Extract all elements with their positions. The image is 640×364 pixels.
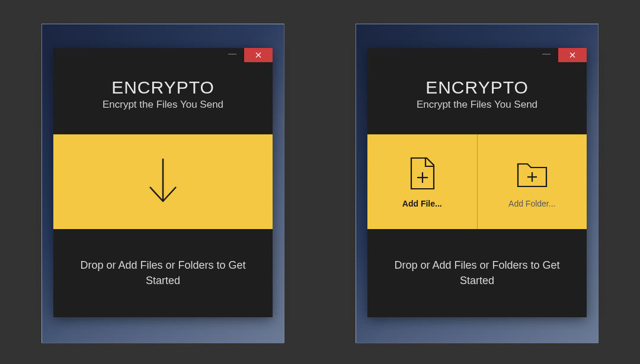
app-subtitle: Encrypt the Files You Send	[65, 99, 261, 111]
close-button[interactable]	[244, 48, 273, 62]
header-section: ENCRYPTO Encrypt the Files You Send	[367, 65, 587, 134]
instruction-text: Drop or Add Files or Folders to Get Star…	[391, 258, 563, 288]
minimize-icon: —	[228, 49, 236, 58]
app-subtitle: Encrypt the Files You Send	[379, 99, 575, 111]
add-folder-button[interactable]: Add Folder...	[478, 134, 587, 229]
screenshot-frame-left: — ENCRYPTO Encrypt the Files You Send	[41, 24, 284, 343]
minimize-button[interactable]: —	[535, 48, 558, 61]
close-icon	[569, 50, 575, 60]
footer-section: Drop or Add Files or Folders to Get Star…	[53, 229, 273, 317]
file-plus-icon	[404, 156, 440, 193]
screenshot-frame-right: — ENCRYPTO Encrypt the Files You Send	[356, 24, 599, 343]
encrypto-window-default: — ENCRYPTO Encrypt the Files You Send	[53, 48, 273, 317]
arrow-down-icon	[145, 157, 181, 206]
close-icon	[255, 50, 261, 60]
add-file-button[interactable]: Add File...	[367, 134, 478, 229]
minimize-icon: —	[542, 49, 551, 58]
encrypto-window-add-options: — ENCRYPTO Encrypt the Files You Send	[367, 48, 587, 317]
footer-section: Drop or Add Files or Folders to Get Star…	[367, 229, 587, 317]
drop-zone[interactable]	[53, 134, 273, 229]
header-section: ENCRYPTO Encrypt the Files You Send	[53, 65, 273, 134]
close-button[interactable]	[558, 48, 587, 62]
instruction-text: Drop or Add Files or Folders to Get Star…	[77, 258, 249, 288]
app-title: ENCRYPTO	[65, 78, 261, 98]
minimize-button[interactable]: —	[220, 48, 244, 61]
add-controls-zone: Add File... Add Folder...	[367, 134, 587, 229]
titlebar: —	[367, 48, 587, 65]
folder-plus-icon	[514, 156, 550, 193]
add-file-label: Add File...	[402, 199, 442, 208]
titlebar: —	[53, 48, 273, 65]
app-title: ENCRYPTO	[379, 78, 575, 98]
add-folder-label: Add Folder...	[508, 199, 555, 208]
